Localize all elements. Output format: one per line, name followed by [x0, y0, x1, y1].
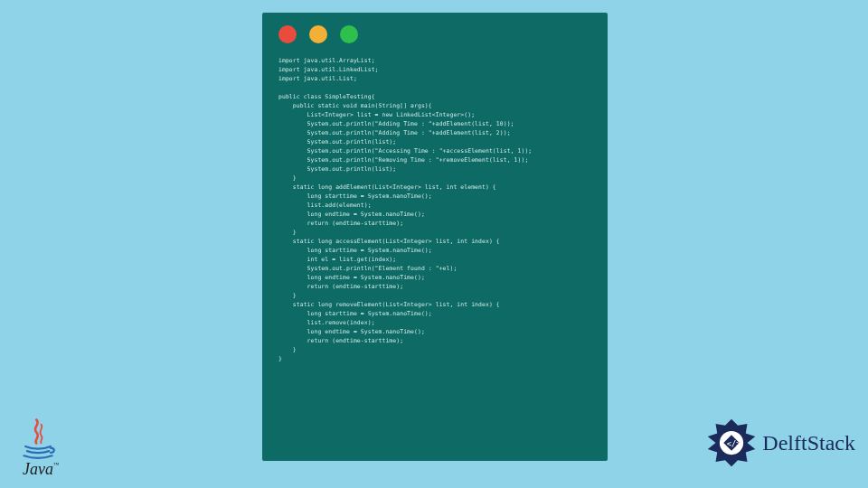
minimize-dot-icon — [309, 25, 327, 43]
delftstack-text: DelftStack — [762, 431, 855, 455]
java-cup-icon — [14, 417, 61, 464]
close-dot-icon — [278, 25, 297, 43]
java-word: Java — [23, 460, 53, 478]
code-block: import java.util.ArrayList; import java.… — [278, 56, 591, 363]
java-logo-text: Java™ — [7, 460, 69, 479]
window-controls — [278, 25, 591, 43]
svg-text:</>: </> — [727, 439, 741, 448]
delftstack-badge-icon: </> — [706, 418, 757, 468]
delftstack-logo: </> DelftStack — [706, 418, 855, 468]
maximize-dot-icon — [340, 25, 358, 43]
code-window: import java.util.ArrayList; import java.… — [262, 13, 608, 461]
java-logo: Java™ — [7, 417, 69, 479]
java-tm: ™ — [53, 462, 59, 467]
